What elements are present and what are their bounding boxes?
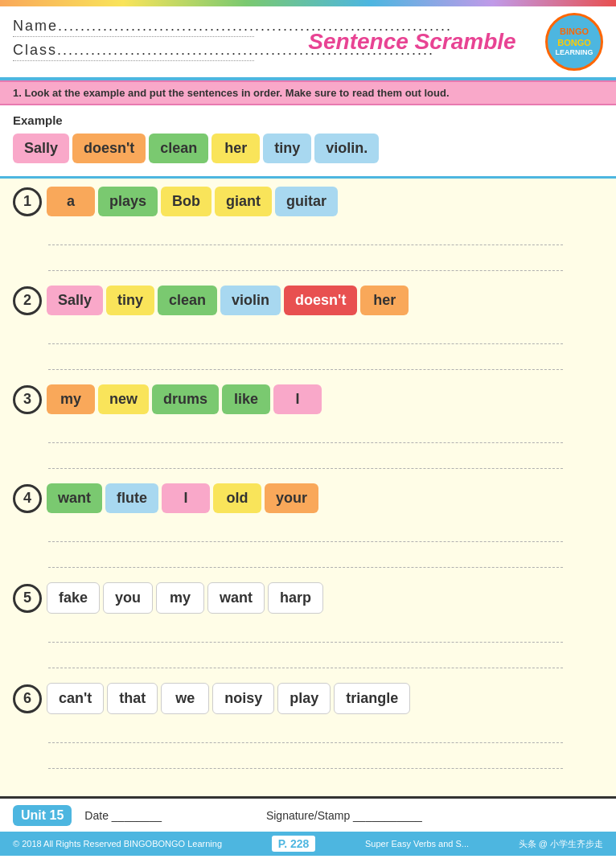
copyright-bar: © 2018 All Rights Reserved BINGOBONGO Le… [0,832,616,856]
q2-word-6: her [360,286,409,315]
q4-word-2: flute [105,483,158,513]
q6-answer-lines [48,721,603,769]
q2-answer-line-2[interactable] [48,347,563,370]
q4-word-1: want [47,483,102,513]
q5-word-5: harp [268,582,323,614]
q6-word-6: triangle [334,683,410,714]
name-line: Name....................................… [13,18,254,37]
q2-answer-line-1[interactable] [48,322,563,344]
example-word-6: violin. [314,134,379,163]
q2-word-5: doesn't [284,286,357,315]
q-number-2: 2 [13,286,42,315]
logo: BINGO BONGO LEARNING [545,13,603,71]
question-row-6: 6 can't that we noisy play triangle [13,683,603,714]
q3-answer-line-2[interactable] [48,446,563,469]
q1-word-1: a [47,187,95,216]
q1-word-row: a plays Bob giant guitar [47,187,338,216]
footer-unit-bar: Unit 15 Date ________ Signature/Stamp __… [0,796,616,832]
q4-word-row: want flute I old your [47,483,318,513]
copyright-text: © 2018 All Rights Reserved BINGOBONGO Le… [13,839,222,849]
question-block-6: 6 can't that we noisy play triangle [13,683,603,769]
q4-word-5: your [265,483,318,513]
question-row-5: 5 fake you my want harp [13,582,603,614]
q1-answer-lines [48,223,603,271]
class-line: Class...................................… [13,42,254,61]
example-word-4: her [211,134,260,163]
instruction-text: 1. Look at the example and put the sente… [13,87,450,99]
question-block-2: 2 Sally tiny clean violin doesn't her [13,286,603,370]
header-left: Name....................................… [13,18,279,66]
q-number-5: 5 [13,584,42,613]
page-title: Sentence Scramble [279,29,545,55]
q6-word-2: that [107,683,158,714]
q6-word-1: can't [47,683,104,714]
q3-word-1: my [47,384,95,414]
q2-word-1: Sally [47,286,103,315]
q2-word-2: tiny [106,286,154,315]
question-row-1: 1 a plays Bob giant guitar [13,187,603,216]
q5-word-2: you [103,582,153,614]
q6-answer-line-1[interactable] [48,721,563,743]
q1-word-2: plays [98,187,158,216]
question-block-5: 5 fake you my want harp [13,582,603,668]
q6-word-4: noisy [212,683,274,714]
q4-answer-lines [48,520,603,568]
page-number: P. 228 [272,836,316,852]
q6-answer-line-2[interactable] [48,746,563,769]
unit-badge: Unit 15 [13,805,72,826]
q3-word-5: I [273,384,322,414]
header: Name....................................… [0,6,616,80]
q5-word-1: fake [47,582,100,614]
q-number-4: 4 [13,484,42,513]
q1-answer-line-1[interactable] [48,223,563,245]
q6-word-5: play [277,683,331,714]
q-number-3: 3 [13,385,42,414]
q3-word-row: my new drums like I [47,384,322,414]
q-number-1: 1 [13,187,42,216]
footer-sig: Signature/Stamp ___________ [266,809,603,822]
q2-word-4: violin [220,286,281,315]
subtitle-text: Super Easy Verbs and S... [365,839,469,849]
exercise-area: 1 a plays Bob giant guitar 2 Sally tiny … [0,179,616,796]
q6-word-3: we [161,683,209,714]
top-stripe [0,0,616,6]
q4-answer-line-1[interactable] [48,520,563,542]
example-word-row: Sally doesn't clean her tiny violin. [13,134,603,163]
q1-answer-line-2[interactable] [48,249,563,271]
question-block-4: 4 want flute I old your [13,483,603,568]
example-section: Example Sally doesn't clean her tiny vio… [0,105,616,179]
question-row-2: 2 Sally tiny clean violin doesn't her [13,286,603,315]
q3-word-3: drums [152,384,219,414]
q3-word-2: new [98,384,149,414]
question-row-3: 3 my new drums like I [13,384,603,414]
q4-word-3: I [162,483,210,513]
q3-answer-lines [48,421,603,469]
header-center: Sentence Scramble [279,29,545,55]
example-word-1: Sally [13,134,69,163]
q2-word-row: Sally tiny clean violin doesn't her [47,286,409,315]
q5-word-4: want [207,582,265,614]
q5-word-3: my [156,582,204,614]
q3-word-4: like [222,384,270,414]
q4-answer-line-2[interactable] [48,545,563,568]
q4-word-4: old [213,483,261,513]
instruction-bar: 1. Look at the example and put the sente… [0,80,616,105]
example-label: Example [13,113,603,127]
name-label: Name [13,18,58,34]
q2-word-3: clean [158,286,217,315]
q5-word-row: fake you my want harp [47,582,323,614]
footer-date: Date ________ [84,809,253,822]
example-word-3: clean [149,134,208,163]
q2-answer-lines [48,322,603,370]
q5-answer-line-1[interactable] [48,620,563,643]
question-block-1: 1 a plays Bob giant guitar [13,187,603,271]
q1-word-5: guitar [275,187,338,216]
q5-answer-line-2[interactable] [48,646,563,668]
q5-answer-lines [48,620,603,668]
example-word-5: tiny [263,134,311,163]
q1-word-4: giant [215,187,272,216]
watermark-text: 头条 @ 小学生齐步走 [519,838,603,850]
q1-word-3: Bob [161,187,211,216]
example-word-2: doesn't [72,134,146,163]
q3-answer-line-1[interactable] [48,421,563,443]
